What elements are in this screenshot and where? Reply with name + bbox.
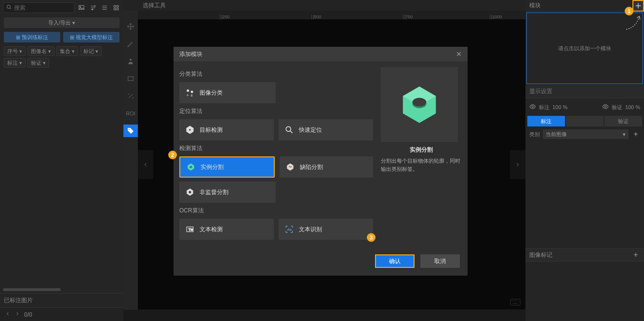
pretrain-annotate-button[interactable]: ⊞ 预训练标注 [4, 32, 60, 42]
text-detect-icon: T■ [185, 224, 195, 234]
fast-locate-icon [284, 125, 294, 135]
search-icon [6, 4, 12, 12]
ruler-mark: |500 [311, 14, 321, 19]
svg-point-4 [94, 5, 95, 6]
tool-roi[interactable]: ROI [124, 107, 137, 120]
settings-icon[interactable] [89, 3, 97, 12]
defect-seg-icon [285, 162, 295, 172]
ruler-mark: |750 [403, 14, 413, 19]
right-panel: 模块 请点击以添加一个模块 显示设置 标注100 % 验证100 % 标注 验证… [525, 0, 644, 321]
filter-tag[interactable]: 标记 ▾ [80, 46, 102, 56]
tool-pen[interactable] [124, 38, 137, 50]
largemodel-annotate-button[interactable]: ⊞ 视觉大模型标注 [63, 32, 120, 42]
unsup-seg-icon [185, 187, 195, 197]
tab-label[interactable]: 标注 [527, 116, 565, 126]
svg-rect-11 [114, 8, 116, 10]
search-input[interactable]: 搜索 [3, 2, 74, 13]
filter-set[interactable]: 集合 ▾ [56, 46, 78, 56]
import-export-button[interactable]: 导入/导出 ▾ [4, 17, 120, 28]
svg-text:Aa: Aa [287, 227, 292, 232]
preview-title: 实例分割 [381, 146, 462, 154]
card-instance-seg[interactable]: 实例分割 [179, 156, 275, 178]
filter-label[interactable]: 标注 ▾ [4, 58, 26, 68]
svg-point-31 [190, 166, 192, 168]
hexagon-icon [398, 83, 441, 126]
marker-2: 2 [168, 151, 177, 159]
text-rec-icon: Aa [284, 224, 294, 234]
svg-point-44 [532, 106, 534, 108]
selected-images-title: 已标注图片 [0, 293, 123, 307]
image-icon[interactable] [77, 3, 86, 12]
main-header: 选择工具 [123, 0, 525, 11]
section-classify: 分类算法 [179, 70, 373, 78]
marker-3: 3 [367, 233, 376, 242]
filter-row: 序号 ▾ 图像名 ▾ 集合 ▾ 标记 ▾ 标注 ▾ 验证 ▾ [0, 44, 123, 70]
svg-text:T■: T■ [188, 227, 193, 232]
modal-close-button[interactable]: ✕ [456, 50, 462, 58]
modal-title-bar: 添加模块 ✕ [174, 47, 468, 61]
svg-point-22 [187, 89, 189, 92]
grid-icon[interactable] [112, 3, 121, 12]
class-row: 类别 当前图像▾ + [525, 126, 644, 142]
modal-title: 添加模块 [179, 50, 202, 58]
filter-verify[interactable]: 验证 ▾ [27, 58, 49, 68]
search-placeholder: 搜索 [14, 4, 26, 12]
tool-strip: ROI [123, 11, 138, 310]
add-image-label-button[interactable]: + [631, 251, 640, 259]
section-detect: 检测算法 [179, 144, 373, 153]
class-select[interactable]: 当前图像▾ [543, 129, 629, 139]
card-defect-seg[interactable]: 缺陷分割 [280, 156, 373, 178]
display-verify[interactable]: 验证100 % [602, 103, 640, 111]
card-image-classify[interactable]: AB 图像分类 [179, 82, 276, 103]
card-unsupervised-seg[interactable]: 非监督分割 [179, 181, 276, 203]
cancel-button[interactable]: 取消 [420, 254, 460, 268]
next-page-icon[interactable] [14, 311, 20, 318]
svg-point-15 [129, 129, 130, 130]
tool-person[interactable] [124, 55, 137, 68]
svg-point-34 [189, 191, 191, 194]
left-footer: 0/0 [0, 307, 123, 321]
tab-row: 标注 验证 [525, 116, 644, 126]
svg-point-27 [189, 129, 191, 131]
filter-imgname[interactable]: 图像名 ▾ [27, 46, 54, 56]
page-count: 0/0 [24, 311, 32, 318]
display-label[interactable]: 标注100 % [529, 103, 567, 111]
tab-verify[interactable]: 验证 [604, 116, 642, 126]
add-module-button[interactable] [632, 0, 644, 12]
tool-move[interactable] [124, 20, 137, 33]
display-row: 标注100 % 验证100 % [525, 98, 644, 116]
list-icon[interactable] [100, 3, 109, 12]
instance-seg-icon [186, 162, 196, 172]
scrollbar-horizontal[interactable] [3, 288, 61, 291]
confirm-button[interactable]: 确认 [375, 254, 415, 268]
tool-tag[interactable] [123, 125, 138, 137]
svg-rect-12 [117, 8, 119, 10]
ruler-horizontal: |250 |500 |750 |1000 [138, 11, 525, 19]
card-text-rec[interactable]: Aa 文本识别 [279, 219, 373, 240]
class-label: 类别 [529, 131, 540, 138]
add-class-button[interactable]: + [631, 130, 640, 139]
card-fast-locate[interactable]: 快速定位 [279, 119, 373, 140]
svg-rect-14 [128, 77, 134, 81]
algorithm-column: 分类算法 AB 图像分类 定位算法 目标检测 快速定位 检测算法 [179, 67, 373, 244]
card-target-detect[interactable]: 目标检测 [179, 119, 274, 140]
filter-seq[interactable]: 序号 ▾ [4, 46, 26, 56]
marker-1: 1 [625, 7, 633, 15]
tab-draw[interactable] [566, 116, 604, 126]
prev-page-icon[interactable] [5, 311, 11, 318]
ruler-mark: |250 [220, 14, 229, 19]
add-module-modal: 添加模块 ✕ 分类算法 AB 图像分类 定位算法 目标检测 快速定位 [174, 47, 468, 276]
card-text-detect[interactable]: T■ 文本检测 [179, 219, 274, 240]
svg-point-23 [191, 91, 193, 93]
tool-rect[interactable] [124, 72, 137, 85]
display-settings-title: 显示设置 [525, 85, 644, 98]
section-ocr: OCR算法 [179, 207, 373, 215]
tool-wand[interactable] [124, 90, 137, 102]
section-locate: 定位算法 [179, 107, 373, 115]
eye-icon [602, 103, 609, 111]
left-panel: 搜索 导入/导出 ▾ ⊞ 预训练标注 ⊞ 视觉大模型标注 序号 ▾ 图像名 ▾ … [0, 0, 123, 321]
svg-line-1 [10, 8, 12, 9]
svg-point-45 [604, 106, 606, 108]
svg-text:B: B [191, 94, 193, 97]
module-drop-zone[interactable]: 请点击以添加一个模块 [526, 13, 643, 84]
